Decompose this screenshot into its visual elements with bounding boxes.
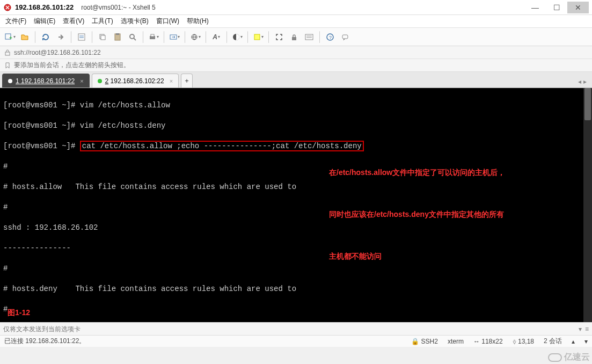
terminal[interactable]: [root@vms001 ~]# vim /etc/hosts.allow [r… — [0, 88, 592, 322]
toolbar-separator — [206, 31, 206, 43]
svg-rect-19 — [305, 34, 313, 40]
toolbar-separator — [319, 31, 320, 43]
svg-text:?: ? — [329, 35, 332, 40]
status-term-type: xterm — [448, 338, 464, 345]
lock-icon: 🔒 — [411, 338, 419, 345]
svg-rect-9 — [116, 33, 119, 35]
toolbar-separator — [92, 31, 92, 43]
status-connection: 已连接 192.168.26.101:22。 — [4, 337, 85, 346]
close-icon[interactable]: × — [170, 78, 173, 84]
send-bar: ▾ ≡ — [0, 322, 592, 335]
svg-rect-3 — [78, 34, 85, 40]
highlighted-command: cat /etc/hosts.allow ;echo -------------… — [80, 141, 364, 151]
cloud-icon — [548, 353, 562, 362]
status-bar: 已连接 192.168.26.101:22。 🔒 SSH2 xterm ↔ 11… — [0, 335, 592, 347]
status-dot-icon — [8, 79, 12, 83]
hint-bar: 要添加当前会话，点击左侧的箭头按钮。 — [0, 59, 592, 72]
encoding-button[interactable]: ▾ — [189, 31, 202, 43]
menu-edit[interactable]: 编辑(E) — [34, 17, 55, 26]
menu-help[interactable]: 帮助(H) — [187, 17, 209, 26]
toolbar: +▾ ▾ ▾ ▾ A▾ ▾ ▾ ? — [0, 28, 592, 46]
sessions-up-button[interactable]: ▴ — [572, 338, 575, 345]
close-icon[interactable]: × — [80, 78, 83, 84]
svg-rect-13 — [151, 34, 154, 37]
svg-text:+: + — [9, 35, 12, 41]
open-button[interactable] — [18, 31, 31, 43]
reconnect-button[interactable] — [39, 31, 52, 43]
menu-tools[interactable]: 工具(T) — [92, 17, 113, 26]
svg-rect-18 — [292, 37, 296, 40]
tab-nav: ◂ ▸ — [578, 78, 590, 88]
svg-line-11 — [134, 38, 136, 40]
maximize-button[interactable]: ☐ — [546, 2, 567, 13]
terminal-scrollbar[interactable] — [583, 88, 592, 322]
properties-button[interactable] — [75, 31, 88, 43]
toolbar-separator — [226, 31, 227, 43]
figure-label: 图1-12 — [8, 308, 30, 318]
session-tabstrip: 1 192.168.26.101:22 × 2 192.168.26.102:2… — [0, 72, 592, 88]
fullscreen-button[interactable] — [273, 31, 286, 43]
send-dropdown-button[interactable]: ▾ — [579, 325, 582, 333]
highlight-button[interactable]: ▾ — [252, 31, 265, 43]
size-icon: ↔ — [473, 338, 480, 345]
cursor-pos-icon: ⎀ — [513, 338, 516, 345]
svg-rect-17 — [254, 34, 260, 40]
toolbar-separator — [143, 31, 143, 43]
svg-rect-7 — [101, 35, 105, 40]
annotation-block: 在/etc/hosts.allow文件中指定了可以访问的主机后， 同时也应该在/… — [329, 137, 554, 277]
sessions-down-button[interactable]: ▾ — [584, 338, 588, 345]
window-controls: — ☐ ✕ — [524, 2, 589, 13]
hint-text: 要添加当前会话，点击左侧的箭头按钮。 — [14, 61, 130, 70]
keyboard-button[interactable] — [303, 31, 316, 43]
help-button[interactable]: ? — [324, 31, 337, 43]
disconnect-button[interactable] — [54, 31, 67, 43]
status-dot-icon — [98, 79, 102, 83]
send-input[interactable] — [3, 325, 94, 333]
status-protocol: SSH2 — [421, 338, 438, 345]
tab-session-1[interactable]: 1 192.168.26.101:22 × — [2, 74, 90, 88]
font-button[interactable]: A▾ — [210, 31, 223, 43]
app-icon — [3, 3, 12, 12]
bookmark-add-icon[interactable] — [4, 62, 11, 69]
color-scheme-button[interactable]: ▾ — [231, 31, 244, 43]
new-tab-button[interactable]: ＋ — [181, 74, 193, 88]
menubar: 文件(F) 编辑(E) 查看(V) 工具(T) 选项卡(B) 窗口(W) 帮助(… — [0, 15, 592, 28]
toolbar-separator — [35, 31, 35, 43]
status-size: 118x22 — [481, 338, 502, 345]
copy-button[interactable] — [96, 31, 109, 43]
toolbar-separator — [247, 31, 248, 43]
watermark: 亿速云 — [548, 352, 590, 363]
address-bar: ssh://root@192.168.26.101:22 — [0, 46, 592, 59]
status-cursor-pos: 13,18 — [518, 338, 534, 345]
send-menu-button[interactable]: ≡ — [585, 325, 589, 333]
toolbar-separator — [164, 31, 164, 43]
new-session-button[interactable]: +▾ — [3, 31, 16, 43]
toolbar-separator — [71, 31, 71, 43]
status-sessions: 2 会话 — [544, 337, 562, 346]
xftp-button[interactable]: ▾ — [168, 31, 181, 43]
toolbar-separator — [185, 31, 185, 43]
tab-session-2[interactable]: 2 192.168.26.102:22 × — [92, 74, 179, 88]
tab-next-button[interactable]: ▸ — [583, 78, 587, 85]
window-title: 192.168.26.101:22 — [15, 3, 74, 11]
toolbar-separator — [268, 31, 269, 43]
svg-rect-25 — [5, 52, 10, 55]
lock-icon — [4, 49, 11, 56]
menu-window[interactable]: 窗口(W) — [156, 17, 179, 26]
svg-point-10 — [130, 34, 134, 39]
menu-tabs[interactable]: 选项卡(B) — [121, 17, 149, 26]
address-text[interactable]: ssh://root@192.168.26.101:22 — [14, 49, 101, 56]
titlebar: 192.168.26.101:22 root@vms001:~ - Xshell… — [0, 0, 592, 15]
paste-button[interactable] — [111, 31, 124, 43]
find-button[interactable] — [126, 31, 139, 43]
print-button[interactable]: ▾ — [147, 31, 160, 43]
menu-view[interactable]: 查看(V) — [63, 17, 84, 26]
lock-button[interactable] — [288, 31, 301, 43]
feedback-button[interactable] — [339, 31, 352, 43]
minimize-button[interactable]: — — [524, 2, 546, 13]
tab-prev-button[interactable]: ◂ — [578, 78, 581, 85]
window-subtitle: root@vms001:~ - Xshell 5 — [81, 4, 156, 11]
menu-file[interactable]: 文件(F) — [5, 17, 26, 26]
close-button[interactable]: ✕ — [567, 2, 589, 13]
scrollbar-thumb[interactable] — [584, 88, 591, 120]
